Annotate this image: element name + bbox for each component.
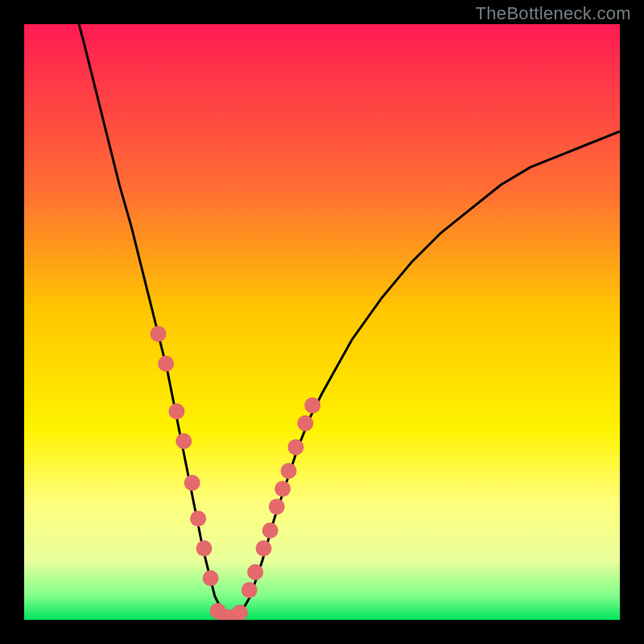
scatter-point <box>190 510 206 526</box>
chart-frame: TheBottleneck.com <box>0 0 644 644</box>
scatter-point <box>304 398 320 414</box>
scatter-point <box>242 582 258 598</box>
gradient-bg <box>24 24 620 620</box>
scatter-point <box>196 540 212 556</box>
watermark-text: TheBottleneck.com <box>476 3 631 24</box>
plot-area <box>24 24 620 620</box>
scatter-point <box>262 522 279 539</box>
scatter-point <box>255 540 271 556</box>
scatter-point <box>151 326 167 342</box>
scatter-point <box>297 415 313 431</box>
scatter-point <box>281 463 297 479</box>
scatter-point <box>175 433 192 449</box>
scatter-point <box>247 564 263 580</box>
chart-svg <box>24 24 620 620</box>
scatter-point <box>158 356 174 372</box>
scatter-point <box>269 498 285 514</box>
scatter-point <box>275 481 291 497</box>
scatter-point <box>287 439 303 455</box>
scatter-point <box>184 475 200 491</box>
scatter-point <box>168 403 184 419</box>
scatter-point <box>203 570 219 586</box>
